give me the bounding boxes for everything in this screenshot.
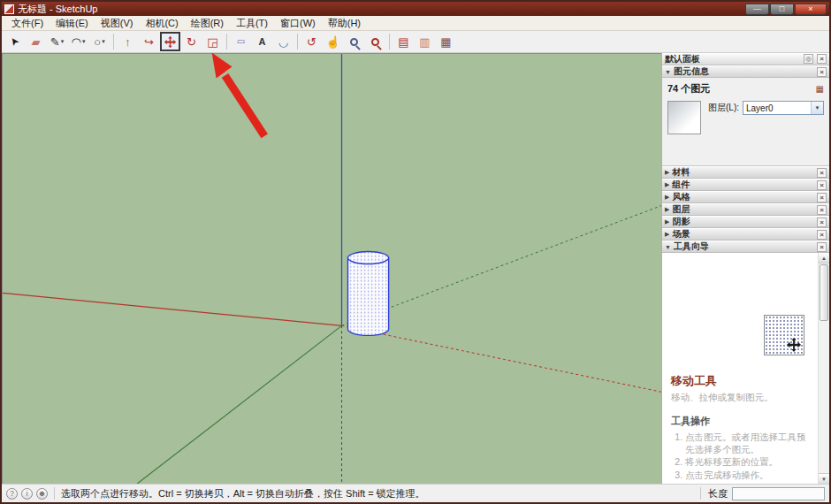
title-bar: 无标题 - SketchUp — □ × — [2, 2, 829, 16]
section-label: 工具向导 — [674, 241, 709, 253]
close-icon[interactable]: × — [817, 242, 827, 252]
circle-tool-button[interactable]: ○▾ — [89, 32, 110, 51]
close-icon[interactable]: × — [817, 54, 827, 64]
details-toggle-icon[interactable]: ▦ — [816, 84, 824, 94]
menu-edit[interactable]: 编辑(E) — [50, 16, 95, 31]
close-icon[interactable]: × — [817, 67, 827, 77]
zoom-extents-button[interactable] — [365, 32, 385, 51]
offset-tool-button[interactable]: ◲ — [202, 32, 223, 51]
close-icon[interactable]: × — [817, 205, 827, 215]
status-divider — [700, 487, 701, 500]
expand-arrow-icon[interactable]: ▶ — [665, 206, 669, 213]
section-cut-icon: ▦ — [440, 36, 451, 48]
close-icon[interactable]: × — [817, 168, 827, 178]
section-header-components[interactable]: ▶ 组件 × — [662, 179, 829, 191]
material-thumbnail[interactable] — [667, 101, 701, 134]
rotate-tool-button[interactable]: ↻ — [181, 32, 202, 51]
section-header-scenes[interactable]: ▶ 场景 × — [662, 228, 829, 241]
rotate-icon: ↻ — [187, 36, 196, 48]
expand-arrow-icon[interactable]: ▶ — [665, 169, 669, 176]
collapse-arrow-icon[interactable]: ▼ — [665, 69, 671, 75]
entity-info-body: 74 个图元 ▦ 图层(L): Layer0 ▼ — [662, 78, 829, 166]
user-icon[interactable]: ☻ — [36, 488, 48, 500]
chevron-down-icon[interactable]: ▼ — [811, 102, 823, 114]
toolbar-separator — [297, 34, 298, 50]
push-pull-tool-button[interactable]: ↑ — [118, 32, 138, 51]
layer-dropdown[interactable]: Layer0 ▼ — [743, 101, 824, 115]
arc-tool-button[interactable]: ◠▾ — [68, 32, 88, 51]
close-icon[interactable]: × — [817, 230, 827, 240]
section-plane-tool-button[interactable]: ▤ — [393, 32, 414, 51]
chevron-down-icon[interactable]: ▾ — [102, 38, 105, 45]
dimension-tool-button[interactable]: A — [252, 32, 272, 51]
toolbar: ➤ ▰ ✎▾ ◠▾ ○▾ ↑ ↪ ↻ ◲ ▭ A ◡ ↺ ☝ ▤ ▥ ▦ — [2, 31, 829, 53]
follow-me-icon: ↪ — [144, 36, 154, 48]
scroll-up-icon[interactable]: ▲ — [819, 253, 829, 263]
select-tool-button[interactable]: ➤ — [4, 32, 25, 51]
move-tool-button[interactable] — [160, 32, 180, 51]
zoom-icon — [350, 38, 358, 46]
expand-arrow-icon[interactable]: ▶ — [665, 194, 669, 201]
instructor-title: 移动工具 — [671, 373, 812, 389]
red-axis-solid — [3, 293, 342, 325]
expand-arrow-icon[interactable]: ▶ — [665, 218, 669, 225]
section-header-instructor[interactable]: ▼ 工具向导 × — [662, 241, 829, 253]
expand-arrow-icon[interactable]: ▶ — [665, 181, 669, 188]
drawing-canvas[interactable] — [2, 53, 661, 484]
protractor-tool-button[interactable]: ◡ — [273, 32, 294, 51]
model-viewport — [3, 54, 661, 484]
follow-me-tool-button[interactable]: ↪ — [139, 32, 159, 51]
zoom-tool-button[interactable] — [344, 32, 364, 51]
menu-draw[interactable]: 绘图(R) — [185, 16, 230, 31]
section-header-shadows[interactable]: ▶ 阴影 × — [662, 216, 829, 228]
section-header-materials[interactable]: ▶ 材料 × — [662, 166, 829, 179]
green-axis-dashed — [342, 206, 661, 326]
minimize-button[interactable]: — — [745, 4, 769, 15]
line-icon: ✎ — [50, 36, 60, 48]
measurement-input[interactable] — [732, 487, 825, 500]
help-icon[interactable]: ? — [6, 488, 18, 500]
tape-measure-icon: ▭ — [237, 37, 245, 46]
menu-file[interactable]: 文件(F) — [5, 16, 50, 31]
chevron-down-icon[interactable]: ▾ — [61, 38, 65, 45]
menu-camera[interactable]: 相机(C) — [139, 16, 184, 31]
dimension-icon: A — [259, 37, 266, 47]
green-axis-solid — [137, 325, 341, 484]
expand-arrow-icon[interactable]: ▶ — [665, 231, 669, 238]
chevron-down-icon[interactable]: ▾ — [82, 38, 86, 45]
menu-tools[interactable]: 工具(T) — [230, 16, 274, 31]
tape-measure-tool-button[interactable]: ▭ — [231, 32, 251, 51]
menu-window[interactable]: 窗口(W) — [274, 16, 322, 31]
menu-help[interactable]: 帮助(H) — [322, 16, 367, 31]
menu-bar: 文件(F) 编辑(E) 视图(V) 相机(C) 绘图(R) 工具(T) 窗口(W… — [2, 16, 829, 31]
instructor-body: 移动工具 移动、拉伸或复制图元。 工具操作 点击图元。或者用选择工具预先选择多个… — [662, 253, 829, 484]
pin-icon[interactable]: ◎ — [804, 54, 813, 64]
orbit-icon: ↺ — [307, 36, 316, 48]
menu-view[interactable]: 视图(V) — [95, 16, 140, 31]
section-header-entity-info[interactable]: ▼ 图元信息 × — [662, 65, 829, 78]
close-icon[interactable]: × — [817, 193, 827, 202]
scrollbar-thumb[interactable] — [820, 264, 828, 321]
instructor-step: 点击完成移动操作。 — [685, 469, 812, 481]
maximize-button[interactable]: □ — [770, 4, 794, 15]
close-button[interactable]: × — [795, 4, 827, 15]
close-icon[interactable]: × — [817, 218, 827, 227]
section-header-layers[interactable]: ▶ 图层 × — [662, 203, 829, 216]
close-icon[interactable]: × — [817, 180, 827, 190]
instructor-scrollbar[interactable]: ▲ ▼ — [818, 253, 829, 484]
section-label: 阴影 — [672, 216, 690, 228]
scroll-down-icon[interactable]: ▼ — [819, 473, 829, 484]
eraser-tool-button[interactable]: ▰ — [26, 32, 46, 51]
line-tool-button[interactable]: ✎▾ — [47, 32, 67, 51]
move-icon — [786, 337, 802, 353]
section-label: 风格 — [672, 191, 690, 203]
section-cut-button[interactable]: ▦ — [436, 32, 456, 51]
pan-tool-button[interactable]: ☝ — [323, 32, 343, 51]
cylinder-entity[interactable] — [348, 252, 389, 336]
section-display-button[interactable]: ▥ — [415, 32, 435, 51]
collapse-arrow-icon[interactable]: ▼ — [665, 244, 671, 250]
info-icon[interactable]: i — [21, 488, 33, 500]
toolbar-separator — [226, 34, 227, 50]
section-header-styles[interactable]: ▶ 风格 × — [662, 191, 829, 203]
orbit-tool-button[interactable]: ↺ — [301, 32, 322, 51]
